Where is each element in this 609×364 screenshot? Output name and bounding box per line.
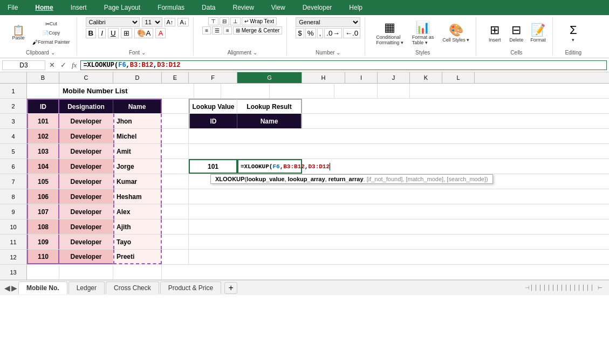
tab-cross-check[interactable]: Cross Check	[106, 281, 159, 294]
cell-rest-3[interactable]	[302, 114, 609, 128]
col-header-h[interactable]: H	[302, 72, 345, 83]
row-header-4[interactable]: 4	[0, 129, 26, 144]
cell-b3[interactable]: 101	[27, 114, 59, 128]
cell-c12[interactable]: Developer	[59, 250, 113, 264]
cell-b4[interactable]: 102	[27, 129, 59, 143]
number-format-select[interactable]: General	[296, 17, 360, 27]
cell-d8[interactable]: Hesham	[113, 189, 162, 204]
increase-decimal-button[interactable]: .0→	[324, 28, 341, 38]
confirm-formula-icon[interactable]: ✓	[59, 61, 68, 69]
row-header-11[interactable]: 11	[0, 235, 26, 250]
cut-button[interactable]: ✂ Cut	[30, 20, 72, 28]
cell-b13[interactable]	[27, 265, 59, 279]
comma-button[interactable]: ,	[317, 28, 324, 38]
cell-d13[interactable]	[113, 265, 162, 279]
row-header-10[interactable]: 10	[0, 219, 26, 235]
cell-c5[interactable]: Developer	[59, 144, 113, 159]
font-size-select[interactable]: 11	[142, 17, 162, 27]
cell-rest-11[interactable]	[189, 235, 609, 249]
cell-c6[interactable]: Developer	[59, 159, 113, 174]
fill-color-button[interactable]: 🎨A	[134, 28, 154, 38]
cell-e7[interactable]	[162, 174, 189, 189]
cell-g1[interactable]	[270, 84, 334, 98]
percent-style-button[interactable]: %	[305, 28, 316, 38]
cell-e5[interactable]	[162, 144, 189, 159]
cell-d10[interactable]: Ajith	[113, 219, 162, 234]
col-header-i[interactable]: I	[345, 72, 378, 83]
delete-button[interactable]: ⊟ Delete	[507, 22, 526, 44]
cell-e4[interactable]	[162, 129, 189, 143]
row-header-2[interactable]: 2	[0, 99, 26, 114]
paste-button[interactable]: 📋 Paste	[9, 24, 28, 42]
cell-d11[interactable]: Tayo	[113, 235, 162, 249]
row-header-8[interactable]: 8	[0, 189, 26, 204]
cancel-formula-icon[interactable]: ✕	[47, 61, 57, 69]
row-header-3[interactable]: 3	[0, 114, 26, 129]
tab-product-price[interactable]: Product & Price	[160, 281, 221, 294]
format-button[interactable]: 📝 Format	[528, 22, 548, 44]
copy-button[interactable]: 📄 Copy	[30, 29, 72, 37]
cell-e10[interactable]	[162, 219, 189, 234]
tab-formulas[interactable]: Formulas	[154, 3, 188, 12]
cell-b5[interactable]: 103	[27, 144, 59, 159]
cell-c13[interactable]	[59, 265, 113, 279]
autosum-button[interactable]: Σ ▾	[564, 22, 583, 44]
col-header-f[interactable]: F	[189, 72, 237, 83]
cell-b11[interactable]: 109	[27, 235, 59, 249]
cell-e11[interactable]	[162, 235, 189, 249]
tab-view[interactable]: View	[268, 3, 289, 12]
tab-mobile-no[interactable]: Mobile No.	[18, 281, 67, 294]
cell-e8[interactable]	[162, 189, 189, 204]
cell-b12[interactable]: 110	[27, 250, 59, 264]
cell-c1-merged[interactable]: Mobile Number List	[59, 84, 194, 98]
cell-g2-result-label[interactable]: Lookup Result	[237, 99, 302, 113]
cell-rest-6[interactable]	[302, 159, 609, 174]
col-header-k[interactable]: K	[410, 72, 442, 83]
font-shrink-button[interactable]: A↓	[177, 18, 189, 26]
cell-c8[interactable]: Developer	[59, 189, 113, 204]
cell-rest-9[interactable]	[189, 204, 609, 219]
align-center-button[interactable]: ☰	[212, 26, 222, 35]
align-bottom-button[interactable]: ⊥	[230, 17, 241, 25]
cell-rest-12[interactable]	[189, 250, 609, 264]
cell-b10[interactable]: 108	[27, 219, 59, 234]
cell-c4[interactable]: Developer	[59, 129, 113, 143]
cell-i1[interactable]	[378, 84, 410, 98]
font-grow-button[interactable]: A↑	[165, 18, 176, 26]
cell-e6[interactable]	[162, 159, 189, 174]
col-header-l[interactable]: L	[442, 72, 475, 83]
cell-styles-button[interactable]: 🎨 Cell Styles ▾	[440, 22, 471, 44]
tab-file[interactable]: File	[4, 3, 21, 12]
cell-e12[interactable]	[162, 250, 189, 264]
cell-d6[interactable]: Jorge	[113, 159, 162, 174]
col-header-b[interactable]: B	[27, 72, 59, 83]
row-header-13[interactable]: 13	[0, 265, 26, 280]
cell-b2-header[interactable]: ID	[27, 99, 59, 113]
col-header-c[interactable]: C	[59, 72, 113, 83]
font-family-select[interactable]: Calibri	[86, 17, 140, 27]
align-left-button[interactable]: ≡	[202, 26, 211, 35]
cell-d7[interactable]: Kumar	[113, 174, 162, 189]
format-as-table-button[interactable]: 📊 Format asTable ▾	[410, 19, 436, 46]
cell-d9[interactable]: Alex	[113, 204, 162, 219]
col-header-e[interactable]: E	[162, 72, 189, 83]
cell-c7[interactable]: Developer	[59, 174, 113, 189]
add-sheet-button[interactable]: +	[224, 282, 237, 294]
tab-developer[interactable]: Developer	[299, 3, 336, 12]
cell-e1[interactable]	[194, 84, 221, 98]
tab-ledger[interactable]: Ledger	[69, 281, 105, 294]
italic-button[interactable]: I	[98, 28, 106, 38]
col-header-d[interactable]: D	[113, 72, 162, 83]
cell-c9[interactable]: Developer	[59, 204, 113, 219]
wrap-text-button[interactable]: ↵ Wrap Text	[242, 17, 277, 25]
border-button[interactable]: ⊞	[121, 28, 132, 38]
tab-help[interactable]: Help	[346, 3, 366, 12]
cell-d2-header[interactable]: Name	[113, 99, 162, 113]
cell-f2-lookup-label[interactable]: Lookup Value	[189, 99, 237, 113]
font-color-button[interactable]: A	[155, 28, 166, 38]
insert-function-icon[interactable]: fx	[70, 61, 78, 70]
cell-reference-box[interactable]	[2, 60, 45, 70]
tab-pagelayout[interactable]: Page Layout	[101, 3, 143, 12]
row-header-6[interactable]: 6	[0, 159, 26, 174]
cell-rest-2[interactable]	[302, 99, 609, 113]
